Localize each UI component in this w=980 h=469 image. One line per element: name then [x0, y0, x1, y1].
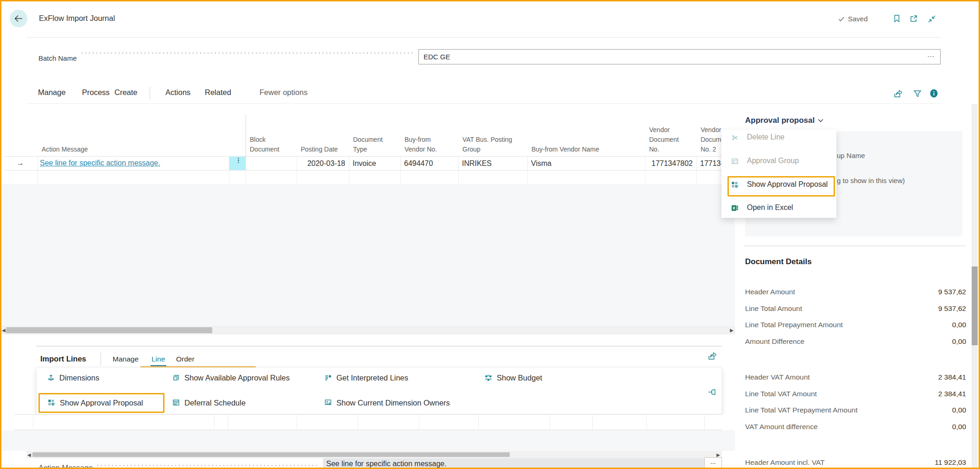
menu-item-label: Show Current Dimension Owners	[336, 399, 450, 407]
grid-row-border-1	[5, 170, 725, 171]
scroll-right-arrow-icon[interactable]: ▶	[730, 328, 733, 333]
page-title: ExFlow Import Journal	[39, 14, 115, 23]
import-grid-separator-0	[33, 414, 33, 430]
factbox-row-value[interactable]: 11 922,03	[935, 458, 966, 467]
cell-buy_from_vendor_name[interactable]: Visma	[531, 159, 551, 168]
grid-col-separator-9	[696, 156, 697, 184]
delete-line-icon	[731, 134, 739, 141]
menu-item-open-in-excel[interactable]: Open in Excel	[731, 203, 833, 214]
column-header-vendor_document_no_2[interactable]: VendorDocumNo. 2	[701, 125, 721, 154]
menu-item-label: Deferral Schedule	[184, 399, 246, 407]
interpreted-lines-icon	[324, 374, 332, 381]
cell-posting_date[interactable]: 2020-03-18	[307, 159, 345, 168]
factbox-row-label: Header Amount	[745, 288, 795, 296]
factbox-row-label: Line Total VAT Prepayment Amount	[745, 406, 858, 414]
assist-edit-button[interactable]: ...	[927, 51, 935, 58]
row-select-arrow-icon: →	[17, 159, 24, 167]
footer-field-leader	[96, 465, 320, 468]
column-header-vendor_document_no[interactable]: VendorDocumentNo.	[649, 125, 679, 154]
pin-icon[interactable]	[708, 388, 718, 396]
factbox-row-value[interactable]: 2 384,41	[938, 373, 966, 381]
factbox-row-value[interactable]: 2 384,41	[938, 390, 966, 398]
factbox-fragment-group-name: up Name	[837, 152, 865, 159]
column-header-block_document[interactable]: BlockDocument	[250, 135, 279, 154]
annotation-box-line-menu	[38, 393, 164, 413]
factbox-row-label: Line Total VAT Amount	[745, 390, 817, 398]
import-lines-divider	[36, 346, 722, 347]
import-lines-hscrollbar-thumb[interactable]	[32, 452, 510, 457]
tab-line[interactable]: Line	[152, 355, 165, 363]
page-vscrollbar[interactable]	[972, 104, 978, 468]
import-grid-row	[1, 414, 735, 430]
scroll-left-arrow-icon[interactable]: ◀	[2, 328, 6, 333]
factbox-title: Document Details	[745, 257, 812, 266]
column-header-buy_from_vendor_no[interactable]: Buy-fromVendor No.	[405, 135, 437, 154]
menu-item-label: Show Budget	[497, 374, 542, 382]
grid-hscrollbar-thumb[interactable]	[6, 327, 212, 333]
factbox-row-1: Line Total Amount 9 537,62	[745, 304, 966, 314]
cell-vendor_document_no_2[interactable]: 17713-	[700, 159, 723, 168]
back-arrow-icon	[10, 10, 27, 27]
footer-assist-edit-button[interactable]: ...	[704, 457, 722, 469]
action-actions[interactable]: Actions	[165, 88, 190, 97]
grid-col-separator-5	[400, 156, 401, 184]
grid-col-separator-2	[246, 156, 246, 184]
cell-document_type[interactable]: Invoice	[353, 159, 376, 168]
action-fewer-options[interactable]: Fewer options	[259, 88, 308, 97]
import-grid-separator-6	[478, 414, 479, 430]
factbox-row-value[interactable]: 0,00	[952, 321, 966, 329]
info-icon[interactable]	[929, 89, 938, 98]
factbox-row-value[interactable]: 9 537,62	[938, 304, 966, 313]
approval-proposal-menu-button[interactable]: Approval proposal	[745, 116, 824, 125]
column-header-posting_date[interactable]: Posting Date	[301, 145, 338, 154]
column-header-vat_bus_posting_group[interactable]: VAT Bus. PostingGroup	[462, 135, 512, 154]
back-button[interactable]	[10, 10, 27, 27]
scroll-left-arrow2-icon[interactable]: ◀	[27, 452, 31, 457]
page-vscrollbar-thumb[interactable]	[972, 266, 978, 345]
factbox-row-value[interactable]: 0,00	[952, 406, 966, 414]
column-header-action_message[interactable]: Action Message	[42, 145, 88, 154]
line-tab-connector	[140, 366, 256, 368]
factbox-fragment-nothing-to-show: g to show in this view)	[837, 177, 905, 184]
tab-manage[interactable]: Manage	[113, 355, 139, 363]
factbox-row-8: Header Amount incl. VAT 11 922,03	[745, 458, 966, 468]
import-lines-hscrollbar[interactable]: ◀ ▶	[26, 451, 722, 458]
factbox-row-value[interactable]: 0,00	[952, 423, 966, 431]
cell-menu-dots[interactable]: ⋮	[229, 157, 246, 170]
cell-vendor_document_no[interactable]: 1771347802	[651, 159, 693, 168]
cell-action-message[interactable]: See line for specific action message.	[40, 159, 160, 167]
bookmark-icon[interactable]	[892, 14, 901, 23]
grid-empty-area	[1, 184, 735, 326]
popout-icon[interactable]	[909, 14, 918, 23]
grid-col-separator-7	[527, 156, 528, 184]
import-lines-share-icon[interactable]	[708, 351, 718, 361]
approval-rules-icon	[172, 374, 180, 381]
tab-order[interactable]: Order	[176, 355, 195, 363]
factbox-row-value[interactable]: 0,00	[952, 337, 966, 346]
collapse-icon[interactable]	[927, 14, 937, 24]
action-process[interactable]: Process	[82, 88, 110, 97]
deferral-schedule-icon	[172, 399, 180, 406]
import-grid-separator-10	[704, 414, 705, 430]
factbox-row-5: Line Total VAT Amount 2 384,41	[745, 390, 966, 399]
share-icon[interactable]	[893, 89, 904, 98]
cell-vat_bus_posting_group[interactable]: INRIKES	[462, 159, 492, 168]
scroll-right-arrow2-icon[interactable]: ▶	[716, 452, 720, 457]
action-related[interactable]: Related	[205, 88, 231, 97]
save-status: Saved	[838, 15, 868, 23]
action-manage[interactable]: Manage	[38, 88, 66, 97]
filter-icon[interactable]	[913, 89, 922, 98]
batch-name-input[interactable]: EDC GE ...	[418, 49, 941, 64]
factbox-row-value[interactable]: 9 537,62	[938, 288, 966, 296]
cell-buy_from_vendor_no[interactable]: 6494470	[404, 159, 433, 168]
batch-name-value: EDC GE	[424, 53, 450, 61]
factbox-row-label: Line Total Amount	[745, 304, 802, 313]
menu-item-approval-group: Approval Group	[731, 157, 833, 167]
column-header-buy_from_vendor_name[interactable]: Buy-from Vendor Name	[531, 145, 599, 154]
grid-col-separator-8	[645, 156, 645, 184]
action-create[interactable]: Create	[114, 88, 138, 97]
import-grid-separator-7	[550, 414, 550, 430]
grid-hscrollbar[interactable]: ◀ ▶	[1, 326, 735, 335]
factbox-row-6: Line Total VAT Prepayment Amount 0,00	[745, 406, 966, 415]
column-header-document_type[interactable]: DocumentType	[353, 135, 383, 154]
